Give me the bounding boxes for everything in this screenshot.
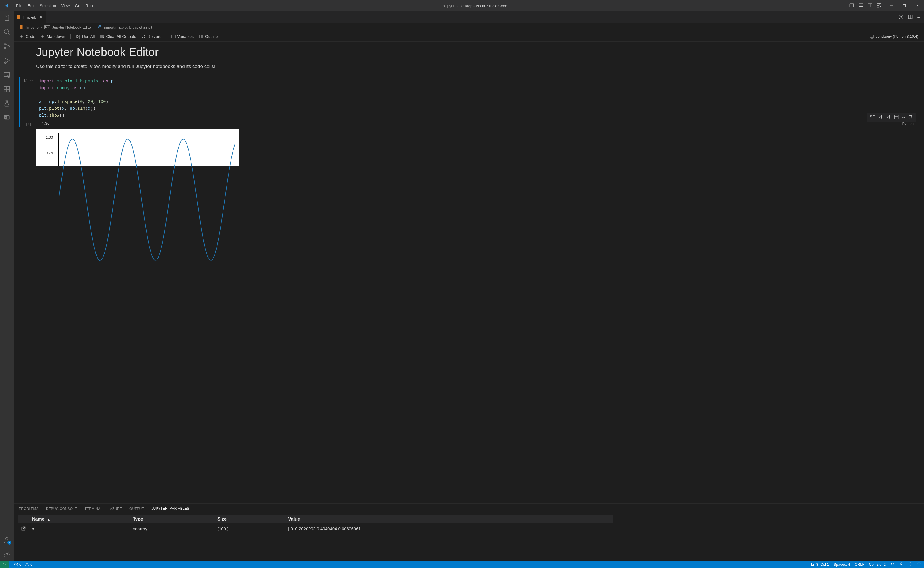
azure-icon[interactable] (3, 114, 11, 122)
run-cell-icon[interactable] (23, 78, 28, 83)
notebook-file-icon (17, 15, 21, 20)
sort-asc-icon: ▲ (47, 517, 50, 521)
svg-point-17 (4, 44, 6, 45)
indentation[interactable]: Spaces: 4 (834, 562, 850, 566)
errors-count[interactable]: 0 (14, 562, 21, 566)
col-size[interactable]: Size (214, 515, 285, 523)
breadcrumb-file[interactable]: hi.ipynb (26, 25, 39, 29)
testing-icon[interactable] (3, 100, 11, 107)
menu-overflow-icon[interactable]: ··· (98, 3, 101, 8)
svg-point-18 (4, 47, 6, 49)
feedback-icon[interactable] (899, 562, 903, 567)
warnings-count[interactable]: 0 (25, 562, 32, 566)
minimize-button[interactable] (885, 0, 898, 11)
execute-above-icon[interactable] (878, 114, 883, 120)
kernel-picker[interactable]: condaenv (Python 3.10.4) (870, 34, 918, 39)
col-name[interactable]: Name ▲ (29, 515, 130, 523)
menu-view[interactable]: View (61, 3, 70, 8)
settings-gear-icon[interactable] (3, 550, 11, 558)
remote-indicator[interactable] (0, 560, 9, 568)
col-value[interactable]: Value (285, 515, 613, 523)
menu-file[interactable]: File (16, 3, 23, 8)
delete-cell-icon[interactable] (908, 114, 913, 120)
markdown-text: Use this editor to create, view, modify … (36, 64, 919, 69)
remote-explorer-icon[interactable] (3, 71, 11, 79)
tab-close-icon[interactable]: × (39, 15, 43, 20)
panel-tab-problems[interactable]: PROBLEMS (19, 506, 39, 513)
source-control-icon[interactable] (3, 42, 11, 50)
y-tick-label: 1.00 (46, 135, 53, 139)
panel-close-icon[interactable] (914, 506, 919, 512)
output-more-icon[interactable]: ··· (27, 129, 30, 166)
panel-collapse-icon[interactable] (906, 506, 910, 512)
panel-tab-debug[interactable]: DEBUG CONSOLE (46, 506, 77, 513)
svg-point-9 (880, 6, 880, 7)
col-type[interactable]: Type (130, 515, 214, 523)
prettier-icon[interactable] (917, 562, 921, 567)
clear-outputs-button[interactable]: Clear All Outputs (100, 34, 136, 39)
run-menu-chevron-icon[interactable] (29, 78, 34, 83)
cell-language[interactable]: Python (902, 121, 916, 126)
split-editor-icon[interactable] (908, 14, 913, 20)
layout-right-icon[interactable] (867, 3, 873, 9)
restart-kernel-button[interactable]: Restart (141, 34, 160, 39)
accounts-icon[interactable]: 1 (3, 536, 11, 544)
svg-rect-3 (859, 6, 863, 7)
run-gear-icon[interactable] (898, 14, 904, 20)
breadcrumb-symbol[interactable]: import matplotlib.pyplot as plt (104, 25, 152, 29)
add-code-cell-button[interactable]: Code (20, 34, 35, 39)
run-by-line-icon[interactable] (870, 114, 875, 120)
svg-rect-21 (4, 73, 10, 76)
tab-more-icon[interactable]: ··· (917, 15, 920, 20)
notebook-body: Jupyter Notebook Editor Use this editor … (14, 42, 924, 503)
outline-button[interactable]: Outline (199, 34, 218, 39)
panel-tab-azure[interactable]: AZURE (110, 506, 122, 513)
layout-left-icon[interactable] (849, 3, 854, 9)
search-icon[interactable] (3, 28, 11, 36)
split-cell-icon[interactable] (894, 114, 899, 120)
python-symbol-icon (98, 25, 102, 30)
toolbar-more-icon[interactable]: ··· (223, 34, 226, 39)
panel-tab-output[interactable]: OUTPUT (130, 506, 144, 513)
run-debug-icon[interactable] (3, 57, 11, 65)
panel-tab-terminal[interactable]: TERMINAL (84, 506, 102, 513)
variables-button[interactable]: Variables (171, 34, 194, 39)
eol[interactable]: CRLF (855, 562, 865, 566)
breadcrumb[interactable]: hi.ipynb › M↓ Jupyter Notebook Editor › … (14, 23, 924, 32)
copilot-icon[interactable] (890, 562, 895, 567)
run-all-button[interactable]: Run All (76, 34, 95, 39)
panel-tab-variables[interactable]: JUPYTER: VARIABLES (151, 505, 190, 513)
bell-icon[interactable] (908, 562, 912, 567)
menu-edit[interactable]: Edit (28, 3, 35, 8)
cursor-position[interactable]: Ln 3, Col 1 (811, 562, 829, 566)
svg-point-68 (901, 563, 902, 564)
explorer-icon[interactable] (3, 14, 11, 22)
svg-rect-7 (879, 3, 881, 5)
editor-tab[interactable]: hi.ipynb × (14, 11, 46, 23)
cell-more-icon[interactable]: ··· (902, 115, 905, 119)
svg-point-38 (99, 25, 99, 26)
table-row[interactable]: x ndarray (100,) [ 0. 0.2020202 0.404040… (18, 523, 613, 534)
svg-rect-23 (4, 86, 7, 89)
code-editor[interactable]: import matplotlib.pyplot as plt import n… (36, 77, 919, 120)
customize-layout-icon[interactable] (877, 3, 882, 9)
statusbar: 0 0 Ln 3, Col 1 Spaces: 4 CRLF Cell 2 of… (0, 560, 924, 568)
svg-rect-58 (894, 117, 898, 119)
svg-point-34 (901, 16, 902, 17)
chevron-right-icon: › (41, 25, 42, 29)
menu-go[interactable]: Go (75, 3, 80, 8)
menu-selection[interactable]: Selection (40, 3, 56, 8)
svg-point-19 (8, 45, 9, 47)
layout-bottom-icon[interactable] (858, 3, 864, 9)
popout-icon[interactable] (21, 527, 26, 532)
y-tick-label: 0.75 (46, 151, 53, 155)
menu-run[interactable]: Run (86, 3, 93, 8)
breadcrumb-section[interactable]: Jupyter Notebook Editor (52, 25, 92, 29)
code-cell[interactable]: [1] import matplotlib.pyplot as plt impo… (19, 77, 919, 127)
add-markdown-cell-button[interactable]: Markdown (40, 34, 65, 39)
execute-below-icon[interactable] (886, 114, 891, 120)
close-button[interactable] (911, 0, 924, 11)
cell-position[interactable]: Cell 2 of 2 (869, 562, 886, 566)
extensions-icon[interactable] (3, 85, 11, 93)
maximize-button[interactable] (898, 0, 911, 11)
